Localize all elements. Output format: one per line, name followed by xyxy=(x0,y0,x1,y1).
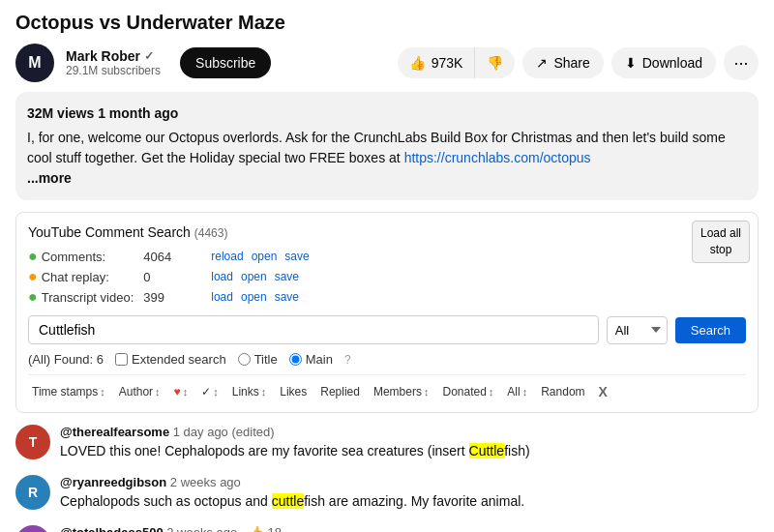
sort-donated[interactable]: Donated ↕ xyxy=(438,383,497,400)
avatar[interactable]: M xyxy=(15,44,54,82)
transcript-label: ● Transcript video: xyxy=(28,288,134,306)
avatar: T xyxy=(15,425,50,459)
comment-timestamp: 2 weeks ago xyxy=(170,475,241,489)
chat-actions: load open save xyxy=(211,270,309,283)
like-dislike-group: 👍 973K 👎 xyxy=(398,47,516,78)
verified-icon: ✓ xyxy=(144,49,154,63)
avatar: T xyxy=(15,525,50,532)
search-input[interactable] xyxy=(28,315,599,344)
comment-meta: @totalbadass500 2 weeks ago 👍 18 xyxy=(60,525,759,532)
comment-author[interactable]: @ryanreedgibson xyxy=(60,475,166,489)
sort-timestamps[interactable]: Time stamps ↕ xyxy=(28,383,109,400)
video-title: Octopus vs Underwater Maze xyxy=(15,12,759,34)
comment-body: @ryanreedgibson 2 weeks ago Cephalopods … xyxy=(60,475,759,512)
sort-likes[interactable]: Likes xyxy=(276,383,311,400)
comment-item: T @totalbadass500 2 weeks ago 👍 18 I wou… xyxy=(15,525,759,532)
thumbs-up-icon: 👍 xyxy=(409,55,426,71)
stats-column: ● Comments: 4064 reload open save ● Chat… xyxy=(28,248,310,306)
description-box: 32M views 1 month ago I, for one, welcom… xyxy=(15,92,759,200)
description-more[interactable]: ...more xyxy=(27,168,747,189)
comments-reload[interactable]: reload xyxy=(211,250,243,263)
like-button[interactable]: 👍 973K xyxy=(398,47,476,78)
like-count: 973K xyxy=(432,55,463,71)
channel-row: M Mark Rober ✓ 29.1M subscribers Subscri… xyxy=(15,44,759,82)
comment-author[interactable]: @therealfearsome xyxy=(60,425,169,439)
chat-value: 0 xyxy=(143,270,201,284)
sort-all[interactable]: All ↕ xyxy=(503,383,531,400)
download-button[interactable]: ⬇ Download xyxy=(611,47,716,78)
panel-count: (4463) xyxy=(194,226,228,240)
comment-item: R @ryanreedgibson 2 weeks ago Cephalopod… xyxy=(15,475,759,512)
chat-open[interactable]: open xyxy=(241,270,267,283)
comments-save[interactable]: save xyxy=(284,250,309,263)
dislike-button[interactable]: 👎 xyxy=(475,47,515,78)
title-radio[interactable] xyxy=(238,353,251,366)
comment-text: LOVED this one! Cephalopods are my favor… xyxy=(60,441,759,461)
avatar: R xyxy=(15,475,50,510)
share-button[interactable]: ↗ Share xyxy=(522,47,603,78)
title-radio-label[interactable]: Title xyxy=(238,352,278,367)
load-stop-button[interactable]: Load all stop xyxy=(692,221,750,263)
comments-value: 4064 xyxy=(143,250,201,264)
sort-checkmark[interactable]: ✓ ↕ xyxy=(197,383,223,400)
more-icon: ··· xyxy=(733,53,748,74)
comment-author[interactable]: @totalbadass500 xyxy=(60,525,164,532)
search-highlight: Cuttle xyxy=(469,443,505,458)
description-text: I, for one, welcome our Octopus overlord… xyxy=(27,128,747,168)
like-count-small: 👍 18 xyxy=(249,525,282,532)
chat-save[interactable]: save xyxy=(275,270,299,283)
found-text: (All) Found: 6 xyxy=(28,352,104,367)
main-radio-label[interactable]: Main xyxy=(289,352,333,367)
search-highlight: cuttle xyxy=(272,493,304,509)
description-meta: 32M views 1 month ago xyxy=(27,103,747,124)
chat-label: ● Chat replay: xyxy=(28,268,134,285)
more-options-button[interactable]: ··· xyxy=(724,45,759,80)
comment-text: Cephalopods such as octopus and cuttlefi… xyxy=(60,491,759,512)
filter-select[interactable]: All Title Main xyxy=(607,316,668,344)
main-radio[interactable] xyxy=(289,353,302,366)
sort-heart[interactable]: ♥ ↕ xyxy=(170,383,193,400)
sort-links[interactable]: Links ↕ xyxy=(228,383,271,400)
share-icon: ↗ xyxy=(536,55,548,71)
subscriber-count: 29.1M subscribers xyxy=(66,64,161,77)
sort-author[interactable]: Author ↕ xyxy=(115,383,164,400)
panel-title: YouTube Comment Search (4463) xyxy=(28,224,227,240)
extended-search-checkbox[interactable] xyxy=(115,353,128,366)
search-button[interactable]: Search xyxy=(675,317,746,343)
transcript-value: 399 xyxy=(143,290,201,305)
channel-name: Mark Rober ✓ xyxy=(66,48,161,64)
extended-search-label[interactable]: Extended search xyxy=(115,352,226,367)
sort-row: Time stamps ↕ Author ↕ ♥ ↕ ✓ ↕ Links ↕ L… xyxy=(28,374,746,400)
comment-item: T @therealfearsome 1 day ago (edited) LO… xyxy=(15,425,759,461)
transcript-dot: ● xyxy=(28,288,38,306)
comment-meta: @ryanreedgibson 2 weeks ago xyxy=(60,475,759,489)
transcript-actions: load open save xyxy=(211,290,309,304)
comment-timestamp: 2 weeks ago xyxy=(166,525,237,532)
thumbs-down-icon: 👎 xyxy=(487,55,503,71)
panel-header: YouTube Comment Search (4463) xyxy=(28,224,746,240)
transcript-save[interactable]: save xyxy=(275,290,299,304)
chat-load[interactable]: load xyxy=(211,270,233,283)
comment-timestamp: 1 day ago (edited) xyxy=(173,425,275,439)
close-sort-button[interactable]: X xyxy=(599,384,608,399)
subscribe-button[interactable]: Subscribe xyxy=(180,47,271,78)
comments-label: ● Comments: xyxy=(28,248,134,265)
action-buttons: 👍 973K 👎 ↗ Share ⬇ Download ··· xyxy=(398,45,759,80)
comments-actions: reload open save xyxy=(211,250,309,263)
comment-meta: @therealfearsome 1 day ago (edited) xyxy=(60,425,759,439)
description-link[interactable]: https://crunchlabs.com/octopus xyxy=(404,150,591,165)
transcript-load[interactable]: load xyxy=(211,290,233,304)
sort-members[interactable]: Members ↕ xyxy=(370,383,433,400)
chat-dot: ● xyxy=(28,268,38,285)
comments-dot: ● xyxy=(28,248,38,265)
comment-body: @therealfearsome 1 day ago (edited) LOVE… xyxy=(60,425,759,461)
comments-open[interactable]: open xyxy=(252,250,278,263)
comment-search-panel: YouTube Comment Search (4463) ● Comments… xyxy=(15,212,759,413)
channel-info: Mark Rober ✓ 29.1M subscribers xyxy=(66,48,161,77)
sort-replied[interactable]: Replied xyxy=(316,383,364,400)
stats-container: ● Comments: 4064 reload open save ● Chat… xyxy=(28,248,746,306)
transcript-open[interactable]: open xyxy=(241,290,267,304)
filter-options-row: (All) Found: 6 Extended search Title Mai… xyxy=(28,352,746,367)
search-row: All Title Main Search xyxy=(28,315,746,344)
sort-random[interactable]: Random xyxy=(537,383,588,400)
